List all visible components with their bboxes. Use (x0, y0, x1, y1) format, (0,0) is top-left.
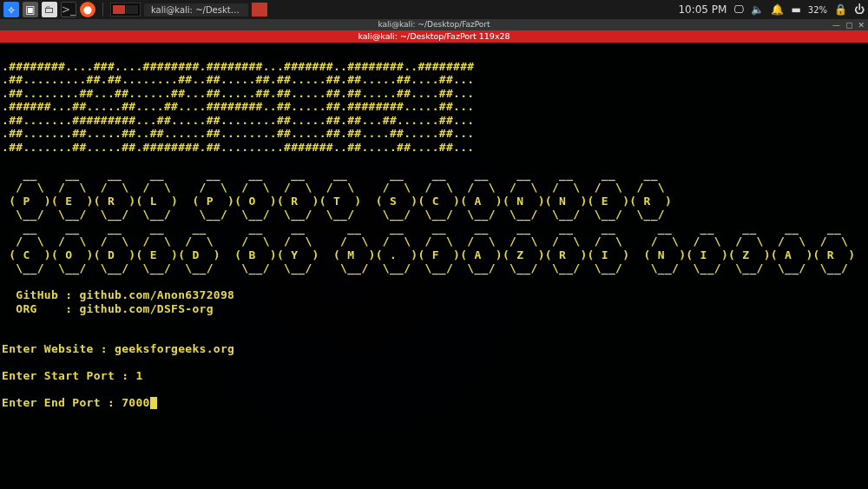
network-icon[interactable]: ▬ (791, 3, 800, 16)
terminal-launcher-icon[interactable]: >_ (61, 2, 76, 17)
banner-line: .########....###....########.########...… (2, 60, 475, 73)
banner-line: .##.......#########...##.....##........#… (2, 114, 475, 127)
info-github: GitHub : github.com/Anon6372098 (2, 288, 234, 301)
ascii-art-line: ( P )( E )( R )( L ) ( P )( O )( R )( T … (2, 195, 672, 208)
ascii-art-line: __ __ __ __ __ __ __ __ __ __ __ __ __ _… (2, 221, 841, 235)
firefox-icon[interactable]: ● (80, 2, 95, 17)
kali-menu-icon[interactable]: ⟡ (3, 2, 19, 17)
banner-line: .##.......##.....##.########.##.........… (2, 141, 475, 154)
display-icon[interactable]: 🖵 (733, 3, 744, 16)
files-icon[interactable]: ▣ (23, 2, 38, 17)
taskbar-divider (102, 3, 103, 17)
ascii-art-line: / \ / \ / \ / \ / \ / \ / \ / \ / \ / \ … (2, 235, 848, 248)
prompt-start-port-label: Enter Start Port : (2, 369, 135, 382)
taskbar-closed-indicator[interactable] (252, 3, 267, 17)
terminal-tab-bar[interactable]: kali@kali: ~/Desktop/FazPort 119x28 (0, 30, 868, 43)
taskbar: ⟡ ▣ 🗀 >_ ● kali@kali: ~/Desktop/Fa... 10… (0, 0, 868, 19)
banner-line: .##........##...##......##...##.....##.#… (2, 87, 475, 100)
taskbar-left: ⟡ ▣ 🗀 >_ ● kali@kali: ~/Desktop/Fa... (3, 2, 267, 17)
clock[interactable]: 10:05 PM (678, 3, 727, 16)
taskbar-window-button[interactable]: kali@kali: ~/Desktop/Fa... (144, 3, 248, 17)
workspace-2[interactable] (126, 5, 138, 14)
prompt-website-label: Enter Website : (2, 342, 115, 355)
ascii-art-line: ( C )( O )( D )( E )( D ) ( B )( Y ) ( M… (2, 248, 855, 261)
workspace-switcher[interactable] (110, 3, 141, 17)
file-manager-icon[interactable]: 🗀 (42, 2, 57, 17)
banner-line: .######...##.....##....##....########..#… (2, 100, 475, 113)
terminal-body[interactable]: .########....###....########.########...… (0, 43, 868, 489)
ascii-art-line: \__/ \__/ \__/ \__/ \__/ \__/ \__/ \__/ … (2, 261, 848, 274)
terminal-window: kali@kali: ~/Desktop/FazPort — ▢ ✕ kali@… (0, 19, 868, 489)
power-icon[interactable]: ⏻ (854, 3, 865, 16)
prompt-end-port-value: 7000 (122, 396, 150, 409)
prompt-end-port-label: Enter End Port : (2, 396, 122, 409)
workspace-1[interactable] (113, 5, 125, 14)
banner-line: .##.......##.....##..##......##........#… (2, 127, 475, 140)
taskbar-right: 10:05 PM 🖵 🔈 🔔 ▬ 32% 🔒 ⏻ (678, 3, 865, 16)
battery-indicator[interactable]: 32% (808, 5, 827, 15)
notification-icon[interactable]: 🔔 (771, 3, 784, 16)
prompt-start-port-value: 1 (135, 369, 142, 382)
volume-icon[interactable]: 🔈 (751, 3, 764, 16)
recording-indicator-icon (3, 32, 10, 39)
lock-icon[interactable]: 🔒 (834, 3, 847, 16)
banner-line: .##.........##.##........##..##.....##.#… (2, 73, 475, 86)
ascii-art-line: \__/ \__/ \__/ \__/ \__/ \__/ \__/ \__/ … (2, 208, 665, 221)
terminal-cursor (150, 397, 157, 409)
prompt-website-value: geeksforgeeks.org (115, 342, 234, 355)
window-title: kali@kali: ~/Desktop/FazPort (378, 20, 490, 29)
ascii-art-line: / \ / \ / \ / \ / \ / \ / \ / \ / \ / \ … (2, 181, 665, 194)
terminal-tab-title: kali@kali: ~/Desktop/FazPort 119x28 (358, 31, 510, 41)
info-org: ORG : github.com/DSFS-org (2, 302, 214, 315)
window-titlebar[interactable]: kali@kali: ~/Desktop/FazPort — ▢ ✕ (0, 19, 868, 30)
ascii-art-line: __ __ __ __ __ __ __ __ __ __ __ __ __ _… (2, 168, 658, 181)
